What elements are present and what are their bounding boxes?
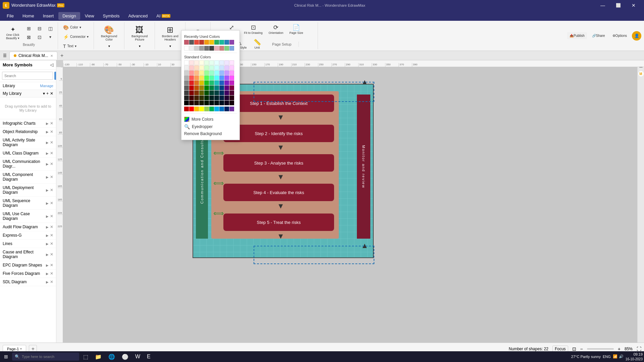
color-swatch[interactable]: [204, 85, 209, 90]
color-swatch[interactable]: [224, 80, 229, 85]
color-swatch[interactable]: [194, 101, 199, 105]
close-icon[interactable]: ✕: [50, 241, 53, 246]
color-swatch[interactable]: [189, 75, 194, 80]
color-swatch[interactable]: [189, 65, 194, 70]
color-swatch[interactable]: [184, 101, 189, 105]
color-swatch[interactable]: [204, 101, 209, 105]
color-swatch[interactable]: [214, 65, 219, 70]
close-icon[interactable]: ✕: [50, 201, 53, 205]
step4-box[interactable]: Step 4 - Evaluate the risks: [223, 184, 334, 201]
zoom-slider[interactable]: [587, 348, 614, 350]
sidebar-collapse-btn[interactable]: ◁: [50, 62, 53, 67]
background-picture-dropdown[interactable]: ▾: [139, 44, 141, 48]
sidebar-item-uml-sequence[interactable]: UML Sequence Diagram ▶ ✕: [0, 197, 56, 210]
start-btn[interactable]: ⊞: [1, 352, 11, 361]
color-swatch[interactable]: [229, 75, 234, 80]
color-swatch[interactable]: [194, 80, 199, 85]
color-swatch[interactable]: [194, 96, 199, 100]
color-swatch[interactable]: [199, 90, 204, 95]
sidebar-item-cause-effect[interactable]: Cause and Effect Diagram ▶ ✕: [0, 248, 56, 261]
borders-headers-btn[interactable]: ⊞ Borders and Headers: [158, 23, 182, 44]
one-click-beautify-btn[interactable]: ✦ One ClickBeautify ▾: [3, 25, 23, 42]
close-btn[interactable]: ✕: [626, 0, 641, 11]
color-swatch[interactable]: [204, 70, 209, 75]
color-swatch[interactable]: [194, 65, 199, 70]
unit-btn[interactable]: 📏 Unit: [251, 38, 264, 51]
background-color-btn[interactable]: 🎨 Background Color: [97, 23, 121, 44]
color-swatch[interactable]: [184, 90, 189, 95]
zoom-out-btn[interactable]: −: [580, 346, 583, 352]
beautify-expand[interactable]: ▼: [46, 34, 55, 41]
close-library-btn[interactable]: ✕: [50, 91, 53, 96]
publish-btn[interactable]: 📤 Publish: [567, 32, 587, 39]
color-swatch[interactable]: [229, 85, 234, 90]
taskbar-task-view[interactable]: ⬚: [80, 352, 91, 361]
color-swatch[interactable]: [229, 90, 234, 95]
color-swatch[interactable]: [209, 85, 214, 90]
canvas-area[interactable]: -130 -110 -90 -70 -50 -30 -10 10 30 50 7…: [56, 60, 644, 343]
page-tab-dropdown[interactable]: ▾: [20, 347, 22, 351]
menu-ai[interactable]: AI BETA: [152, 12, 174, 20]
taskbar-edraw[interactable]: E: [144, 352, 153, 361]
color-swatch[interactable]: [209, 60, 214, 65]
color-swatch[interactable]: [189, 85, 194, 90]
minimize-btn[interactable]: —: [595, 0, 610, 11]
beautify-style-1[interactable]: ⊞: [24, 25, 34, 33]
menu-symbols[interactable]: Symbols: [99, 12, 124, 20]
color-swatch[interactable]: [224, 85, 229, 90]
clock-area[interactable]: 09:19 16-10-2023: [626, 352, 643, 361]
connector-btn[interactable]: ⚡ Connector ▾: [61, 33, 91, 41]
borders-headers-dropdown[interactable]: ▾: [169, 44, 171, 48]
color-swatch[interactable]: [209, 90, 214, 95]
zoom-in-btn[interactable]: +: [618, 346, 621, 352]
color-swatch[interactable]: [229, 80, 234, 85]
sidebar-item-object-relationship[interactable]: Object Relationship ▶ ✕: [0, 128, 56, 136]
color-swatch[interactable]: [224, 65, 229, 70]
color-swatch[interactable]: [204, 96, 209, 100]
add-library-btn[interactable]: +: [46, 91, 49, 96]
fit-drawing-btn[interactable]: ⊡ Fit to Drawing: [241, 23, 265, 36]
color-swatch[interactable]: [209, 65, 214, 70]
color-swatch[interactable]: [189, 60, 194, 65]
system-tray[interactable]: 📶 🔊: [613, 354, 624, 359]
color-swatch[interactable]: [209, 96, 214, 100]
color-swatch[interactable]: [199, 101, 204, 105]
color-swatch[interactable]: [199, 85, 204, 90]
share-btn[interactable]: 🔗 Share: [590, 32, 607, 39]
color-swatch[interactable]: [229, 96, 234, 100]
color-swatch[interactable]: [214, 101, 219, 105]
color-swatch[interactable]: [184, 60, 189, 65]
close-icon[interactable]: ✕: [50, 280, 53, 284]
page-size-btn[interactable]: 📄 Page Size: [287, 23, 306, 36]
menu-file[interactable]: File: [3, 12, 18, 20]
color-swatch[interactable]: [204, 75, 209, 80]
color-swatch[interactable]: [199, 75, 204, 80]
sidebar-item-uml-activity[interactable]: UML Activity State Diagram ▶ ✕: [0, 136, 56, 149]
beautify-style-3[interactable]: ◫: [46, 25, 55, 33]
taskbar-word[interactable]: W: [132, 352, 143, 361]
color-swatch[interactable]: [224, 90, 229, 95]
remove-background-row[interactable]: Remove Background: [184, 130, 237, 137]
color-swatch[interactable]: [199, 70, 204, 75]
monitor-bar[interactable]: Monitor and review: [357, 95, 370, 239]
color-swatch[interactable]: [189, 101, 194, 105]
close-icon[interactable]: ✕: [50, 271, 53, 276]
color-swatch[interactable]: [219, 90, 224, 95]
close-icon[interactable]: ✕: [50, 225, 53, 229]
color-swatch[interactable]: [189, 107, 194, 111]
color-swatch[interactable]: [204, 90, 209, 95]
color-swatch[interactable]: [204, 60, 209, 65]
background-color-dropdown[interactable]: ▾: [108, 44, 110, 48]
options-btn[interactable]: ⚙ Options: [610, 32, 629, 39]
tab-clinical-risk[interactable]: Clinical Risk M... ✕: [9, 52, 57, 60]
sidebar-item-uml-deployment[interactable]: UML Deployment Diagram ▶ ✕: [0, 184, 56, 197]
color-swatch[interactable]: [194, 85, 199, 90]
color-swatch[interactable]: [219, 96, 224, 100]
color-swatch[interactable]: [184, 70, 189, 75]
color-swatch[interactable]: [214, 75, 219, 80]
color-swatch[interactable]: [204, 65, 209, 70]
close-icon[interactable]: ✕: [50, 188, 53, 192]
color-swatch[interactable]: [189, 80, 194, 85]
taskbar-edge[interactable]: 🌐: [106, 352, 118, 361]
color-swatch[interactable]: [184, 65, 189, 70]
